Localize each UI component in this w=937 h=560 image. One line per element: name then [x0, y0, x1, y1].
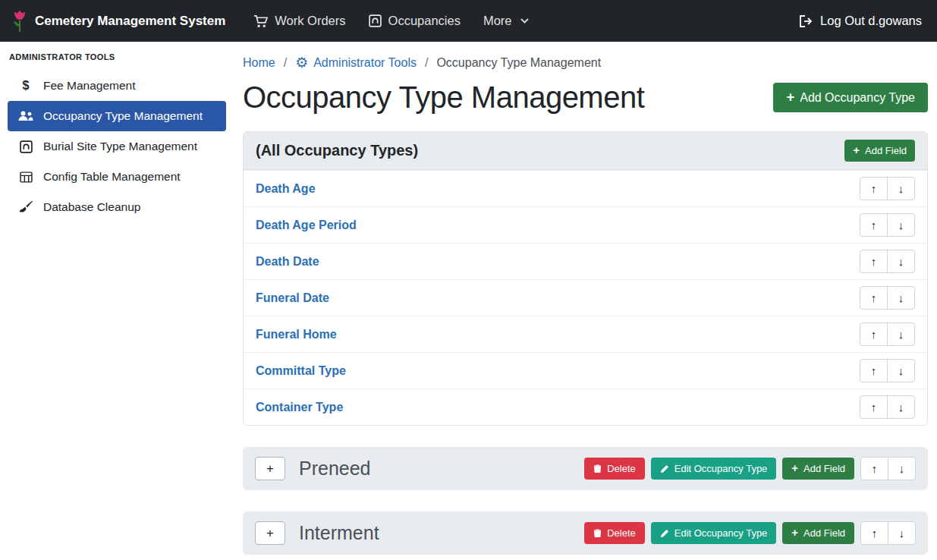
- breadcrumb-admin-tools-link[interactable]: ⚙ Administrator Tools: [295, 55, 417, 70]
- field-link-funeral-date[interactable]: Funeral Date: [256, 291, 329, 305]
- move-up-button[interactable]: ↑: [860, 322, 888, 346]
- add-field-button[interactable]: + Add Field: [782, 458, 854, 480]
- move-down-button[interactable]: ↓: [887, 177, 915, 200]
- trash-icon: [593, 528, 602, 538]
- arrow-up-icon: ↑: [871, 401, 877, 414]
- arrow-up-icon: ↑: [872, 462, 878, 475]
- arrow-down-icon: ↓: [899, 527, 905, 540]
- move-up-button[interactable]: ↑: [860, 521, 888, 545]
- add-field-button[interactable]: + Add Field: [844, 140, 915, 162]
- move-up-button[interactable]: ↑: [860, 395, 888, 419]
- delete-button[interactable]: Delete: [584, 458, 645, 480]
- trash-icon: [593, 464, 602, 473]
- top-navbar: Cemetery Management System Work Orders O…: [0, 0, 937, 42]
- nav-work-orders-label: Work Orders: [275, 14, 345, 28]
- move-up-button[interactable]: ↑: [860, 250, 888, 273]
- field-row: Death Age ↑ ↓: [244, 170, 927, 206]
- sidebar-item-label: Database Cleanup: [43, 200, 140, 214]
- move-up-button[interactable]: ↑: [860, 177, 888, 200]
- edit-occupancy-type-button[interactable]: Edit Occupancy Type: [651, 458, 777, 480]
- move-down-button[interactable]: ↓: [887, 359, 915, 382]
- arrow-up-icon: ↑: [871, 255, 877, 268]
- breadcrumb-home-link[interactable]: Home: [243, 56, 275, 70]
- plus-icon: +: [853, 145, 860, 156]
- arrow-down-icon: ↓: [898, 219, 904, 231]
- sidebar-item-label: Fee Management: [43, 79, 136, 93]
- breadcrumb: Home / ⚙ Administrator Tools / Occupancy…: [243, 55, 928, 70]
- sidebar-item-burial-site-type-management[interactable]: Burial Site Type Management: [8, 131, 226, 162]
- sidebar-item-label: Burial Site Type Management: [43, 140, 197, 153]
- move-down-button[interactable]: ↓: [887, 213, 915, 237]
- sidebar-section-header: ADMINISTRATOR TOOLS: [0, 52, 234, 71]
- field-link-funeral-home[interactable]: Funeral Home: [256, 328, 337, 341]
- sidebar-item-database-cleanup[interactable]: Database Cleanup: [8, 192, 226, 222]
- move-down-button[interactable]: ↓: [887, 322, 915, 346]
- reorder-controls: ↑ ↓: [860, 177, 915, 200]
- field-row: Committal Type ↑ ↓: [244, 352, 927, 389]
- move-down-button[interactable]: ↓: [887, 286, 915, 310]
- field-link-death-age-period[interactable]: Death Age Period: [256, 219, 357, 232]
- breadcrumb-separator: /: [284, 56, 287, 70]
- section-actions: Delete Edit Occupancy Type + Add Field ↑: [584, 457, 916, 480]
- nav-more-label: More: [483, 14, 512, 28]
- reorder-controls: ↑ ↓: [860, 521, 916, 545]
- edit-occupancy-type-button[interactable]: Edit Occupancy Type: [651, 522, 777, 544]
- move-up-button[interactable]: ↑: [860, 359, 888, 382]
- reorder-controls: ↑ ↓: [860, 250, 915, 273]
- move-down-button[interactable]: ↓: [888, 457, 916, 480]
- add-occupancy-type-label: Add Occupancy Type: [800, 91, 915, 105]
- move-down-button[interactable]: ↓: [887, 395, 915, 419]
- logout-label: Log Out d.gowans: [820, 14, 922, 28]
- expand-section-button[interactable]: +: [255, 521, 285, 545]
- delete-button[interactable]: Delete: [584, 522, 645, 544]
- pencil-icon: [660, 529, 669, 538]
- add-field-label: Add Field: [803, 463, 845, 474]
- arrow-up-icon: ↑: [871, 182, 877, 195]
- sidebar-item-fee-management[interactable]: $ Fee Management: [8, 71, 226, 101]
- reorder-controls: ↑ ↓: [860, 213, 915, 237]
- sidebar-item-occupancy-type-management[interactable]: Occupancy Type Management: [8, 101, 226, 131]
- delete-label: Delete: [607, 463, 636, 474]
- nav-work-orders[interactable]: Work Orders: [253, 14, 345, 28]
- section-title: Interment: [299, 522, 379, 544]
- nav-more[interactable]: More: [483, 14, 529, 28]
- work-orders-icon: [253, 14, 268, 28]
- field-row: Container Type ↑ ↓: [244, 389, 927, 425]
- arrow-up-icon: ↑: [871, 219, 877, 231]
- nav-occupancies[interactable]: Occupancies: [369, 14, 461, 28]
- occupancy-type-section-preneed: + Preneed Delete: [243, 447, 928, 490]
- plus-icon: +: [791, 463, 798, 474]
- sidebar-item-label: Occupancy Type Management: [43, 109, 203, 123]
- field-link-death-age[interactable]: Death Age: [256, 182, 316, 196]
- add-field-button[interactable]: + Add Field: [782, 522, 854, 544]
- arrow-up-icon: ↑: [871, 364, 877, 377]
- sidebar-item-config-table-management[interactable]: Config Table Management: [8, 162, 226, 192]
- move-down-button[interactable]: ↓: [887, 250, 915, 273]
- logout-link[interactable]: Log Out d.gowans: [800, 14, 922, 28]
- table-icon: [18, 171, 33, 184]
- card-title: (All Occupancy Types): [256, 142, 418, 159]
- add-occupancy-type-button[interactable]: + Add Occupancy Type: [773, 83, 928, 112]
- app-brand[interactable]: Cemetery Management System: [12, 10, 225, 33]
- expand-section-button[interactable]: +: [255, 457, 285, 480]
- field-link-death-date[interactable]: Death Date: [256, 255, 319, 269]
- move-up-button[interactable]: ↑: [860, 286, 888, 310]
- arrow-up-icon: ↑: [871, 291, 877, 304]
- occupancies-icon: [369, 14, 382, 27]
- field-row: Funeral Date ↑ ↓: [244, 279, 927, 316]
- arrow-down-icon: ↓: [898, 291, 904, 304]
- broom-icon: [18, 200, 33, 214]
- dollar-icon: $: [18, 79, 33, 93]
- headstone-icon: [18, 140, 33, 153]
- move-down-button[interactable]: ↓: [888, 521, 916, 545]
- edit-occupancy-type-label: Edit Occupancy Type: [674, 463, 768, 474]
- plus-icon: +: [791, 527, 798, 539]
- add-field-label: Add Field: [865, 145, 907, 156]
- field-link-committal-type[interactable]: Committal Type: [256, 364, 346, 378]
- move-up-button[interactable]: ↑: [860, 457, 888, 480]
- sidebar-item-label: Config Table Management: [43, 170, 181, 184]
- field-link-container-type[interactable]: Container Type: [256, 401, 343, 414]
- field-row: Death Age Period ↑ ↓: [244, 206, 927, 243]
- gear-icon: ⚙: [295, 55, 308, 70]
- move-up-button[interactable]: ↑: [860, 213, 888, 237]
